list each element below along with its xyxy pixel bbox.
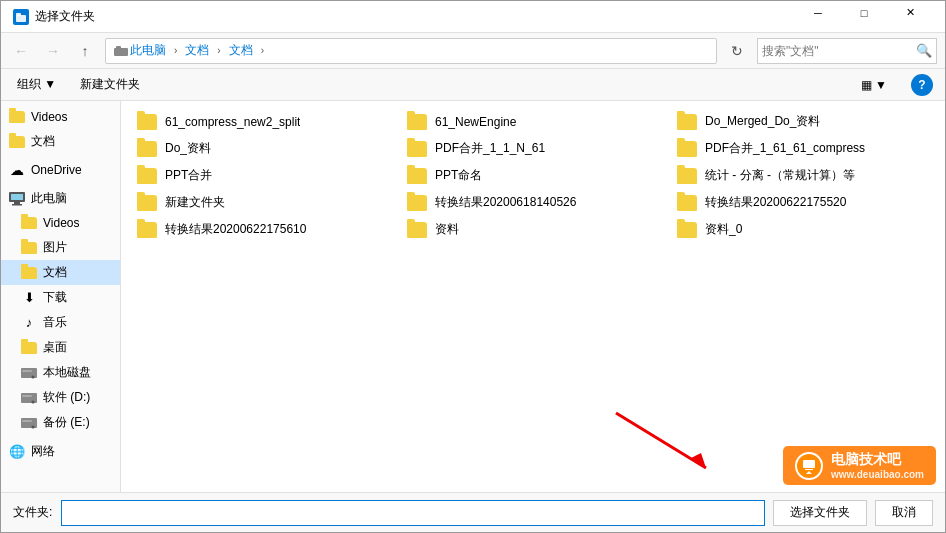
search-bar[interactable]: 🔍 bbox=[757, 38, 937, 64]
organize-button[interactable]: 组织 ▼ bbox=[13, 74, 60, 95]
file-name: 61_compress_new2_split bbox=[165, 115, 300, 129]
drive-icon bbox=[21, 415, 37, 431]
forward-button[interactable]: → bbox=[41, 39, 65, 63]
sidebar-item-desktop[interactable]: 桌面 bbox=[1, 335, 120, 360]
svg-rect-5 bbox=[11, 194, 23, 200]
minimize-button[interactable]: ─ bbox=[795, 0, 841, 29]
file-item[interactable]: 统计 - 分离 -（常规计算）等 bbox=[669, 163, 937, 188]
svg-point-12 bbox=[32, 400, 35, 403]
sidebar-item-drive-d[interactable]: 软件 (D:) bbox=[1, 385, 120, 410]
up-button[interactable]: ↑ bbox=[73, 39, 97, 63]
sidebar-item-localdisk[interactable]: 本地磁盘 bbox=[1, 360, 120, 385]
file-item[interactable]: 转换结果20200618140526 bbox=[399, 190, 667, 215]
drive-icon bbox=[21, 365, 37, 381]
file-item[interactable]: 61_NewEngine bbox=[399, 109, 667, 134]
svg-rect-10 bbox=[22, 370, 32, 372]
sidebar-item-documents[interactable]: 文档 bbox=[1, 260, 120, 285]
sidebar-item-downloads-label: 下载 bbox=[43, 289, 67, 306]
file-item[interactable]: PPT合并 bbox=[129, 163, 397, 188]
refresh-button[interactable]: ↻ bbox=[725, 39, 749, 63]
download-icon: ⬇ bbox=[21, 290, 37, 306]
back-button[interactable]: ← bbox=[9, 39, 33, 63]
sidebar: Videos 文档 ☁ OneDrive bbox=[1, 101, 121, 492]
file-item[interactable]: PDF合并_1_61_61_compress bbox=[669, 136, 937, 161]
search-icon: 🔍 bbox=[916, 43, 932, 58]
file-name: 61_NewEngine bbox=[435, 115, 516, 129]
folder-icon bbox=[407, 222, 427, 238]
sidebar-item-docs-top-label: 文档 bbox=[31, 133, 55, 150]
close-button[interactable]: ✕ bbox=[887, 0, 933, 29]
bottom-bar: 文件夹: 选择文件夹 取消 bbox=[1, 492, 945, 532]
folder-input[interactable] bbox=[61, 500, 765, 526]
breadcrumb-sep2: › bbox=[217, 45, 220, 56]
file-name: 资料_0 bbox=[705, 221, 742, 238]
desktop-icon bbox=[21, 340, 37, 356]
title-bar: 选择文件夹 ─ □ ✕ bbox=[1, 1, 945, 33]
window-controls: ─ □ ✕ bbox=[795, 5, 933, 29]
sidebar-item-onedrive[interactable]: ☁ OneDrive bbox=[1, 158, 120, 182]
folder-icon bbox=[677, 141, 697, 157]
svg-rect-8 bbox=[21, 368, 37, 378]
file-grid: 61_compress_new2_split 61_NewEngine Do_M… bbox=[129, 109, 937, 242]
sidebar-item-drive-e[interactable]: 备份 (E:) bbox=[1, 410, 120, 435]
svg-rect-16 bbox=[22, 420, 32, 422]
sidebar-item-pictures[interactable]: 图片 bbox=[1, 235, 120, 260]
file-item[interactable]: 资料 bbox=[399, 217, 667, 242]
folder-icon bbox=[137, 114, 157, 130]
dialog-title: 选择文件夹 bbox=[35, 8, 95, 25]
file-item[interactable]: Do_资料 bbox=[129, 136, 397, 161]
sidebar-item-music[interactable]: ♪ 音乐 bbox=[1, 310, 120, 335]
breadcrumb-sep1: › bbox=[174, 45, 177, 56]
file-item[interactable]: 转换结果20200622175610 bbox=[129, 217, 397, 242]
view-button[interactable]: ▦ ▼ bbox=[861, 78, 887, 92]
file-area: 61_compress_new2_split 61_NewEngine Do_M… bbox=[121, 101, 945, 492]
breadcrumb-docs2[interactable]: 文档 bbox=[225, 39, 257, 63]
breadcrumb-docs1[interactable]: 文档 bbox=[181, 39, 213, 63]
music-icon: ♪ bbox=[21, 315, 37, 331]
sidebar-item-music-label: 音乐 bbox=[43, 314, 67, 331]
select-folder-dialog: 选择文件夹 ─ □ ✕ ← → ↑ 此电脑 › 文档 bbox=[0, 0, 946, 533]
file-item[interactable]: 资料_0 bbox=[669, 217, 937, 242]
title-bar-left: 选择文件夹 bbox=[13, 8, 95, 25]
sidebar-item-thispc[interactable]: 此电脑 bbox=[1, 186, 120, 211]
breadcrumb-pc-label: 此电脑 bbox=[130, 42, 166, 59]
cloud-icon: ☁ bbox=[9, 162, 25, 178]
file-item[interactable]: 61_compress_new2_split bbox=[129, 109, 397, 134]
file-item[interactable]: PPT命名 bbox=[399, 163, 667, 188]
folder-icon bbox=[9, 134, 25, 150]
file-name: 新建文件夹 bbox=[165, 194, 225, 211]
search-input[interactable] bbox=[762, 44, 912, 58]
address-bar[interactable]: 此电脑 › 文档 › 文档 › bbox=[105, 38, 717, 64]
cancel-button[interactable]: 取消 bbox=[875, 500, 933, 526]
help-button[interactable]: ? bbox=[911, 74, 933, 96]
file-item[interactable]: 新建文件夹 bbox=[129, 190, 397, 215]
file-item[interactable]: PDF合并_1_1_N_61 bbox=[399, 136, 667, 161]
folder-icon bbox=[137, 222, 157, 238]
sidebar-item-network[interactable]: 🌐 网络 bbox=[1, 439, 120, 464]
sidebar-item-videos2[interactable]: Videos bbox=[1, 211, 120, 235]
sidebar-item-videos[interactable]: Videos bbox=[1, 105, 120, 129]
sidebar-item-videos2-label: Videos bbox=[43, 216, 79, 230]
sidebar-item-pictures-label: 图片 bbox=[43, 239, 67, 256]
file-name: 统计 - 分离 -（常规计算）等 bbox=[705, 167, 855, 184]
file-name: Do_资料 bbox=[165, 140, 211, 157]
sidebar-item-docs-top[interactable]: 文档 bbox=[1, 129, 120, 154]
file-name: PPT合并 bbox=[165, 167, 212, 184]
file-name: Do_Merged_Do_资料 bbox=[705, 113, 820, 130]
svg-rect-2 bbox=[114, 48, 128, 56]
folder-label: 文件夹: bbox=[13, 504, 53, 521]
folder-icon bbox=[137, 195, 157, 211]
file-name: 资料 bbox=[435, 221, 459, 238]
breadcrumb-pc[interactable]: 此电脑 bbox=[110, 39, 170, 63]
folder-icon bbox=[21, 240, 37, 256]
file-item[interactable]: Do_Merged_Do_资料 bbox=[669, 109, 937, 134]
sidebar-item-thispc-label: 此电脑 bbox=[31, 190, 67, 207]
svg-rect-0 bbox=[16, 15, 26, 22]
svg-rect-6 bbox=[14, 202, 20, 204]
file-item[interactable]: 转换结果20200622175520 bbox=[669, 190, 937, 215]
sidebar-item-downloads[interactable]: ⬇ 下载 bbox=[1, 285, 120, 310]
new-folder-button[interactable]: 新建文件夹 bbox=[76, 74, 144, 95]
sidebar-item-onedrive-label: OneDrive bbox=[31, 163, 82, 177]
select-folder-button[interactable]: 选择文件夹 bbox=[773, 500, 867, 526]
maximize-button[interactable]: □ bbox=[841, 0, 887, 29]
